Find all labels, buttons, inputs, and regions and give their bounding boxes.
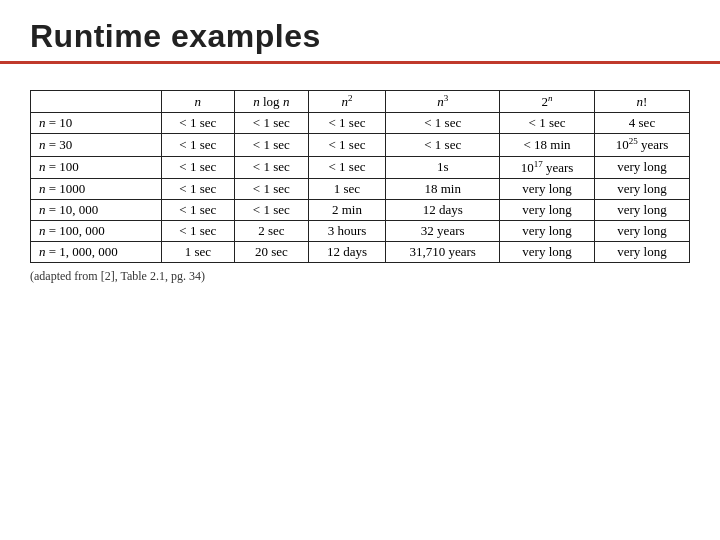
cell-n3: 12 days (386, 199, 500, 220)
cell-nfact: 1025 years (595, 134, 690, 156)
row-label: n = 10, 000 (31, 199, 162, 220)
col-header-n2: n2 (308, 91, 386, 113)
table-row: n = 30 < 1 sec < 1 sec < 1 sec < 1 sec <… (31, 134, 690, 156)
cell-n3: < 1 sec (386, 113, 500, 134)
table-row: n = 100, 000 < 1 sec 2 sec 3 hours 32 ye… (31, 220, 690, 241)
cell-nfact: very long (595, 156, 690, 178)
cell-n: < 1 sec (161, 134, 234, 156)
cell-nlogn: < 1 sec (235, 199, 308, 220)
cell-nfact: very long (595, 178, 690, 199)
cell-n3: 18 min (386, 178, 500, 199)
slide-title: Runtime examples (30, 18, 690, 55)
cell-n2: < 1 sec (308, 113, 386, 134)
table-row: n = 10, 000 < 1 sec < 1 sec 2 min 12 day… (31, 199, 690, 220)
cell-n: < 1 sec (161, 178, 234, 199)
cell-nlogn: < 1 sec (235, 113, 308, 134)
cell-2n: < 18 min (500, 134, 595, 156)
col-header-nfact: n! (595, 91, 690, 113)
cell-2n: very long (500, 241, 595, 262)
cell-nfact: 4 sec (595, 113, 690, 134)
table-header-row: n n log n n2 n3 2n n! (31, 91, 690, 113)
cell-n: < 1 sec (161, 113, 234, 134)
cell-n: < 1 sec (161, 220, 234, 241)
cell-n2: < 1 sec (308, 134, 386, 156)
slide-header: Runtime examples (0, 0, 720, 64)
col-header-nlogn: n log n (235, 91, 308, 113)
slide: Runtime examples n n log n n2 n3 2n n! n… (0, 0, 720, 540)
table-row: n = 1000 < 1 sec < 1 sec 1 sec 18 min ve… (31, 178, 690, 199)
runtime-table: n n log n n2 n3 2n n! n = 10 < 1 sec < 1… (30, 90, 690, 263)
cell-n: 1 sec (161, 241, 234, 262)
cell-nfact: very long (595, 241, 690, 262)
cell-n3: < 1 sec (386, 134, 500, 156)
col-header-n: n (161, 91, 234, 113)
cell-nlogn: < 1 sec (235, 178, 308, 199)
cell-nlogn: < 1 sec (235, 156, 308, 178)
cell-2n: < 1 sec (500, 113, 595, 134)
table-row: n = 100 < 1 sec < 1 sec < 1 sec 1s 1017 … (31, 156, 690, 178)
cell-n: < 1 sec (161, 199, 234, 220)
table-caption: (adapted from [2], Table 2.1, pg. 34) (30, 269, 690, 284)
cell-nlogn: 2 sec (235, 220, 308, 241)
cell-2n: very long (500, 220, 595, 241)
col-header-2n: 2n (500, 91, 595, 113)
cell-n3: 1s (386, 156, 500, 178)
cell-n2: 12 days (308, 241, 386, 262)
cell-n2: 1 sec (308, 178, 386, 199)
cell-n3: 31,710 years (386, 241, 500, 262)
table-row: n = 10 < 1 sec < 1 sec < 1 sec < 1 sec <… (31, 113, 690, 134)
row-label: n = 10 (31, 113, 162, 134)
row-label: n = 100, 000 (31, 220, 162, 241)
row-label: n = 1, 000, 000 (31, 241, 162, 262)
cell-n3: 32 years (386, 220, 500, 241)
cell-n: < 1 sec (161, 156, 234, 178)
cell-nfact: very long (595, 199, 690, 220)
row-label: n = 100 (31, 156, 162, 178)
cell-nlogn: 20 sec (235, 241, 308, 262)
cell-n2: 2 min (308, 199, 386, 220)
cell-2n: 1017 years (500, 156, 595, 178)
table-row: n = 1, 000, 000 1 sec 20 sec 12 days 31,… (31, 241, 690, 262)
cell-nlogn: < 1 sec (235, 134, 308, 156)
cell-n2: < 1 sec (308, 156, 386, 178)
cell-nfact: very long (595, 220, 690, 241)
col-header-label (31, 91, 162, 113)
cell-n2: 3 hours (308, 220, 386, 241)
cell-2n: very long (500, 199, 595, 220)
row-label: n = 30 (31, 134, 162, 156)
slide-content: n n log n n2 n3 2n n! n = 10 < 1 sec < 1… (0, 64, 720, 294)
row-label: n = 1000 (31, 178, 162, 199)
cell-2n: very long (500, 178, 595, 199)
col-header-n3: n3 (386, 91, 500, 113)
